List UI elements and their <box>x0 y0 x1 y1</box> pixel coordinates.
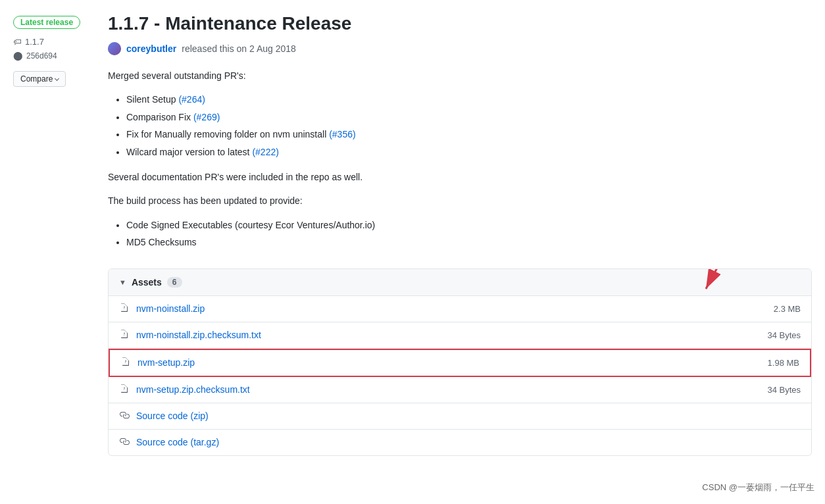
asset-link-nvm-noinstall-checksum[interactable]: nvm-noinstall.zip.checksum.txt <box>136 330 261 340</box>
asset-row: Source code (zip) <box>109 403 811 430</box>
assets-count: 6 <box>167 277 182 288</box>
list-item: Fix for Manually removing folder on nvm … <box>126 127 812 141</box>
asset-left: nvm-noinstall.zip <box>119 303 205 315</box>
asset-row: nvm-setup.zip.checksum.txt 34 Bytes <box>109 377 811 403</box>
release-title: 1.1.7 - Maintenance Release <box>108 13 812 34</box>
doc-note: Several documentation PR's were included… <box>108 170 812 184</box>
compare-label: Compare <box>20 74 53 84</box>
pr-link-264[interactable]: (#264) <box>178 94 205 105</box>
sidebar-tag: 🏷 1.1.7 <box>13 37 92 47</box>
zip-icon <box>119 329 130 341</box>
zip-icon <box>120 357 131 369</box>
release-meta: coreybutler released this on 2 Aug 2018 <box>108 42 812 55</box>
latest-release-badge: Latest release <box>13 16 80 29</box>
intro-text: Merged several outstanding PR's: <box>108 68 812 83</box>
release-body: Merged several outstanding PR's: Silent … <box>108 68 812 250</box>
list-item: Wilcard major version to latest (#222) <box>126 145 812 159</box>
asset-size: 34 Bytes <box>767 330 801 340</box>
commit-icon: ⬤ <box>13 51 23 61</box>
source-icon <box>119 410 130 422</box>
author-link[interactable]: coreybutler <box>126 43 176 54</box>
assets-header[interactable]: ▼ Assets 6 <box>109 269 811 296</box>
zip-icon <box>119 384 130 396</box>
source-icon <box>119 436 130 449</box>
build-note: The build process has been updated to pr… <box>108 193 812 208</box>
release-date: released this on 2 Aug 2018 <box>182 43 296 54</box>
asset-left: Source code (zip) <box>119 410 209 422</box>
build-item-1: Code Signed Executables (courtesy Ecor V… <box>126 220 375 230</box>
pr-link-356[interactable]: (#356) <box>329 129 355 139</box>
build-list: Code Signed Executables (courtesy Ecor V… <box>108 218 812 250</box>
assets-label: Assets <box>132 277 162 288</box>
asset-row: nvm-noinstall.zip.checksum.txt 34 Bytes <box>109 322 811 349</box>
asset-link-source-zip[interactable]: Source code (zip) <box>136 411 209 421</box>
asset-row: nvm-noinstall.zip 2.3 MB <box>109 296 811 322</box>
asset-link-nvm-setup-checksum[interactable]: nvm-setup.zip.checksum.txt <box>136 384 250 395</box>
pr-link-269[interactable]: (#269) <box>193 112 220 122</box>
asset-size: 1.98 MB <box>768 358 799 368</box>
list-item: MD5 Checksums <box>126 235 812 249</box>
chevron-down-icon <box>55 76 59 80</box>
zip-icon <box>119 303 130 315</box>
assets-section: ▼ Assets 6 <box>108 268 812 456</box>
asset-left: nvm-noinstall.zip.checksum.txt <box>119 329 261 341</box>
tag-value: 1.1.7 <box>25 37 44 47</box>
list-item: Comparison Fix (#269) <box>126 110 812 124</box>
asset-size: 34 Bytes <box>767 385 801 395</box>
sidebar: Latest release 🏷 1.1.7 ⬤ 256d694 Compare <box>13 13 92 456</box>
build-item-2: MD5 Checksums <box>126 237 197 247</box>
assets-list: nvm-noinstall.zip 2.3 MB nvm-noinstall.z… <box>109 296 811 455</box>
avatar <box>108 42 121 55</box>
asset-left: Source code (tar.gz) <box>119 436 219 449</box>
asset-link-nvm-setup-zip[interactable]: nvm-setup.zip <box>138 357 195 368</box>
pr-list: Silent Setup (#264) Comparison Fix (#269… <box>108 92 812 159</box>
compare-button[interactable]: Compare <box>13 71 66 87</box>
pr-link-222[interactable]: (#222) <box>252 147 278 157</box>
collapse-icon: ▼ <box>119 278 126 286</box>
tag-icon: 🏷 <box>13 37 22 47</box>
asset-size: 2.3 MB <box>774 304 801 314</box>
asset-left: nvm-setup.zip <box>120 357 195 369</box>
commit-value: 256d694 <box>26 51 57 61</box>
asset-row: Source code (tar.gz) <box>109 430 811 455</box>
asset-link-source-targz[interactable]: Source code (tar.gz) <box>136 437 219 447</box>
list-item: Code Signed Executables (courtesy Ecor V… <box>126 218 812 232</box>
main-content: 1.1.7 - Maintenance Release coreybutler … <box>108 13 812 456</box>
asset-row-highlighted: nvm-setup.zip 1.98 MB <box>109 349 811 377</box>
list-item: Silent Setup (#264) <box>126 92 812 107</box>
asset-link-nvm-noinstall-zip[interactable]: nvm-noinstall.zip <box>136 303 205 314</box>
asset-left: nvm-setup.zip.checksum.txt <box>119 384 250 396</box>
sidebar-commit: ⬤ 256d694 <box>13 51 92 61</box>
